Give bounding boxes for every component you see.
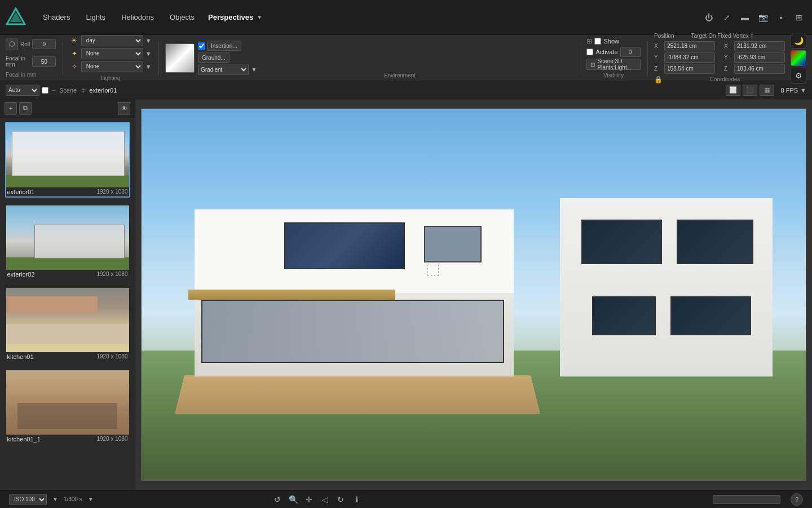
perspectives-label: Perspectives	[208, 13, 253, 21]
help-button[interactable]: ?	[791, 493, 803, 506]
shutter-label: 1/300 s	[64, 496, 82, 502]
focal-input[interactable]	[32, 56, 56, 67]
building-canopy	[188, 290, 396, 300]
shutter-arrow: ▼	[88, 496, 94, 502]
layout-2-icon[interactable]: ⬛	[743, 85, 757, 96]
expand-icon[interactable]: ⤢	[720, 10, 734, 25]
zoom-icon[interactable]: 🔍	[287, 493, 299, 506]
thumb-exterior01-img	[6, 123, 130, 187]
pos-y-label: Y	[654, 54, 661, 60]
position-column: X Y Z	[654, 41, 715, 74]
auto-section: Auto → Scene ‡ exterior01	[6, 85, 117, 96]
rw4	[670, 296, 751, 335]
second-toolbar: Auto → Scene ‡ exterior01 ⬜ ⬛ ▦ 8 FPS ▼	[0, 81, 812, 99]
night-day-toggle[interactable]: 🌙	[791, 33, 806, 49]
perspective-item-exterior02[interactable]: exterior02 1920 x 1080	[5, 204, 130, 280]
right-building	[560, 198, 773, 376]
tgt-x-label: X	[724, 43, 731, 49]
tgt-x-input[interactable]	[734, 41, 785, 51]
thumb-kitchen01-1-img	[6, 370, 130, 435]
camera-icon[interactable]: 📷	[756, 10, 770, 25]
lighting-row-2: ✦ None Interior ▼	[70, 48, 152, 59]
insertion-button[interactable]: Insertion...	[207, 41, 241, 51]
activate-checkbox[interactable]	[586, 49, 593, 55]
activate-row: Activate	[586, 47, 640, 57]
window-main-upper	[284, 222, 405, 269]
settings-btn[interactable]: ⚙	[791, 68, 806, 84]
pos-x-row: X	[654, 41, 715, 51]
rw3	[592, 296, 656, 335]
flash-icon: ✧	[70, 63, 79, 71]
window-icon[interactable]: ▬	[738, 10, 752, 25]
camera-name-text: exterior01	[89, 87, 117, 94]
menu-perspectives[interactable]: Perspectives ▼	[202, 10, 268, 25]
main-toolbar: ⬡ Roll Focal in mm Focal in mm ☀ day nig…	[0, 35, 812, 81]
lighting-section: ☀ day night custom ▼ ✦ None Interior ▼ ✧	[70, 35, 152, 81]
perspective-item-kitchen01-1[interactable]: kitchen01_1 1920 x 1080	[5, 369, 130, 445]
iso-arrow: ▼	[52, 496, 58, 502]
pos-y-row: Y	[654, 52, 715, 63]
menu-objects[interactable]: Objects	[162, 10, 202, 25]
auto-select[interactable]: Auto	[6, 85, 39, 96]
main-building	[195, 209, 513, 376]
color-palette-btn[interactable]	[791, 50, 806, 66]
grid-icon[interactable]: ⊞	[792, 10, 806, 25]
tgt-y-input[interactable]	[734, 52, 785, 63]
layout-1-icon[interactable]: ⬜	[726, 85, 740, 96]
top-menu-bar: Shaders Lights Heliodons Objects Perspec…	[0, 0, 812, 35]
thumb-kitchen01-labels: kitchen01 1920 x 1080	[6, 352, 129, 361]
pos-x-input[interactable]	[664, 41, 715, 51]
app-logo	[6, 7, 26, 28]
environment-preview	[165, 43, 195, 73]
window-ground-floor	[201, 300, 504, 364]
thumb-exterior01-name: exterior01	[7, 189, 35, 195]
env-checkbox[interactable]	[198, 42, 205, 50]
pos-y-input[interactable]	[664, 52, 715, 63]
lock-icon[interactable]: 🔒	[654, 76, 663, 84]
perspective-icon[interactable]: ⬡	[6, 38, 18, 50]
main-area: + ⧉ 👁 exterior01 1920 x 1080 exterior02	[0, 99, 812, 490]
lighting-select-day[interactable]: day night custom	[81, 35, 143, 46]
fps-dropdown-arrow: ▼	[800, 87, 806, 94]
bulb-icon: ✦	[70, 50, 79, 58]
focal-label: Focal in mm	[6, 55, 30, 68]
redo-icon[interactable]: ↻	[334, 493, 347, 506]
undo-icon[interactable]: ↺	[271, 493, 284, 506]
scene-text: Scene	[59, 87, 77, 94]
iso-select[interactable]: ISO 100 ISO 200 ISO 400	[9, 494, 47, 505]
activate-value[interactable]	[620, 47, 641, 57]
ground-button[interactable]: Ground...	[198, 52, 230, 63]
thumb-exterior01-labels: exterior01 1920 x 1080	[6, 187, 129, 196]
menu-shaders[interactable]: Shaders	[35, 10, 78, 25]
layout-3-icon[interactable]: ▦	[760, 85, 774, 96]
pos-z-input[interactable]	[664, 64, 715, 74]
scene-visibility-btn[interactable]: ⊡ Scene;3D Plants;Light...	[586, 59, 640, 70]
info-icon[interactable]: ℹ	[350, 493, 363, 506]
perspective-item-kitchen01[interactable]: kitchen01 1920 x 1080	[5, 287, 130, 362]
layout-icon[interactable]: ▪	[774, 10, 788, 25]
tgt-z-input[interactable]	[734, 64, 785, 74]
activate-label: Activate	[595, 49, 617, 55]
lighting-select-none-2[interactable]: None Flash	[81, 61, 143, 72]
tgt-y-label: Y	[724, 54, 731, 60]
environment-label: Environment	[227, 72, 573, 78]
add-perspective-icon[interactable]: +	[5, 102, 17, 115]
power-icon[interactable]: ⏻	[701, 10, 716, 25]
environment-controls: Insertion... Ground... Gradient ▼	[198, 41, 257, 75]
thumb-exterior02-labels: exterior02 1920 x 1080	[6, 270, 129, 279]
menu-lights[interactable]: Lights	[78, 10, 113, 25]
menu-heliodons[interactable]: Heliodons	[113, 10, 162, 25]
move-icon[interactable]: ✛	[303, 493, 315, 506]
auto-checkbox[interactable]	[42, 87, 48, 94]
show-checkbox[interactable]	[594, 38, 601, 45]
fps-section: 8 FPS ▼	[781, 87, 806, 94]
target-label: Target On Fixed Vertex ‡	[691, 33, 754, 39]
viewport-canvas[interactable]	[141, 108, 806, 481]
eye-toggle-btn[interactable]: 👁	[118, 102, 130, 115]
roll-input[interactable]	[32, 39, 56, 49]
left-panel: + ⧉ 👁 exterior01 1920 x 1080 exterior02	[0, 99, 135, 490]
perspective-item-exterior01[interactable]: exterior01 1920 x 1080	[5, 122, 130, 198]
lighting-select-none-1[interactable]: None Interior	[81, 48, 143, 59]
navigate-icon[interactable]: ◁	[319, 493, 331, 506]
duplicate-icon[interactable]: ⧉	[19, 102, 32, 115]
